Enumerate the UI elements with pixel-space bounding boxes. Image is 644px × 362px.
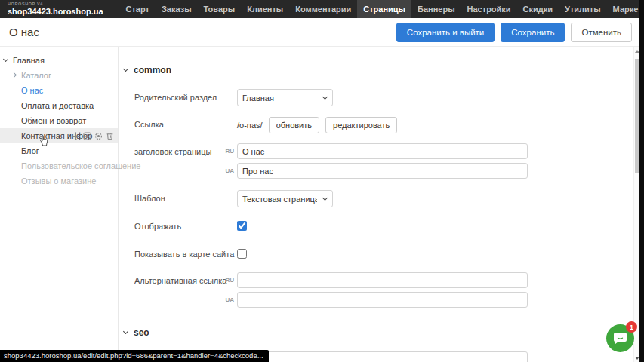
save-button[interactable]: Сохранить [501, 23, 565, 42]
cancel-button[interactable]: Отменить [571, 23, 632, 42]
status-url-tooltip: shop34423.horoshop.ua/edit/edit.php?id=6… [0, 350, 269, 362]
tree-item-o-nas-selected[interactable]: О нас [0, 83, 118, 98]
logo-domain: shop34423.horoshop.ua [8, 8, 103, 16]
menu-item-discounts[interactable]: Скидки [517, 0, 559, 18]
tree-item-polzovatelskoe[interactable]: Пользовательское соглашение [0, 158, 118, 173]
tree-item-oplata[interactable]: Оплата и доставка [0, 98, 118, 113]
section-seo-toggle[interactable]: seo [124, 327, 633, 338]
page-edit-form: common Родительский раздел Главная Ссылк… [119, 47, 633, 362]
lang-tag-ua: UA [224, 296, 234, 303]
parent-section-select-wrap: Главная [237, 89, 333, 106]
logo[interactable]: HOROSHOP V4 shop34423.horoshop.ua [0, 2, 103, 16]
tree-item-blog[interactable]: Блог [0, 143, 118, 158]
save-and-exit-button[interactable]: Сохранить и выйти [396, 23, 495, 42]
template-label: Шаблон [134, 190, 237, 203]
link-edit-button[interactable]: редактировать [325, 117, 397, 133]
html-title-ru-input[interactable] [237, 351, 528, 362]
display-checkbox[interactable] [237, 221, 247, 231]
menu-item-settings[interactable]: Настройки [461, 0, 517, 18]
menu-item-clients[interactable]: Клиенты [241, 0, 289, 18]
chevron-down-icon [123, 329, 128, 334]
topbar: HOROSHOP V4 shop34423.horoshop.ua Старт … [0, 0, 644, 18]
page-title-ru-input[interactable] [237, 143, 528, 159]
move-icon[interactable] [72, 132, 80, 140]
template-select[interactable]: Текстовая страница [237, 190, 333, 207]
template-select-wrap: Текстовая страница [237, 190, 333, 207]
tree-item-glavnaya[interactable]: Главная [0, 53, 118, 68]
sitemap-label: Показывать в карте сайта [134, 246, 237, 259]
add-page-icon[interactable] [83, 132, 91, 140]
page-title-ua-input[interactable] [237, 163, 528, 179]
menu-item-orders[interactable]: Заказы [156, 0, 198, 18]
menu-item-comments[interactable]: Комментарии [289, 0, 357, 18]
vertical-scrollbar[interactable] [633, 47, 639, 362]
sitemap-checkbox[interactable] [237, 249, 247, 259]
display-label: Отображать [134, 218, 237, 231]
page-title-label: заголовок страницы [134, 143, 237, 156]
pages-tree-sidebar: Главная Каталог О нас Оплата и доставка … [0, 47, 119, 362]
link-label: Ссылка [134, 116, 237, 129]
menu-item-marketing[interactable]: Маркетинг [607, 0, 644, 18]
page-title: О нас [0, 26, 39, 38]
header-buttons: Сохранить и выйти Сохранить Отменить [396, 23, 644, 42]
lang-tag-ua: UA [224, 167, 234, 174]
parent-section-label: Родительский раздел [134, 89, 237, 102]
page-header: О нас Сохранить и выйти Сохранить Отмени… [0, 18, 644, 47]
chat-widget-button[interactable]: 1 [606, 324, 634, 352]
alt-link-ru-input[interactable] [237, 272, 528, 288]
tree-item-otzyvy[interactable]: Отзывы о магазине [0, 173, 118, 189]
settings-gear-icon[interactable] [94, 132, 103, 140]
alt-link-ua-input[interactable] [237, 292, 528, 308]
tree-item-kontaktnaya[interactable]: Контактная инфор [0, 128, 118, 143]
menu-item-products[interactable]: Товары [198, 0, 242, 18]
logo-version: HOROSHOP V4 [8, 2, 103, 7]
section-common-toggle[interactable]: common [124, 65, 633, 75]
chat-unread-badge: 1 [626, 321, 637, 333]
screen-right-edge [639, 0, 644, 362]
tree-item-obmen[interactable]: Обмен и возврат [0, 113, 118, 128]
chevron-down-icon[interactable] [3, 57, 8, 62]
chevron-down-icon [123, 66, 128, 72]
menu-item-start[interactable]: Старт [120, 0, 156, 18]
page: HOROSHOP V4 shop34423.horoshop.ua Старт … [0, 0, 644, 362]
chat-bubble-icon [613, 332, 627, 345]
link-update-button[interactable]: обновить [269, 117, 319, 133]
lang-tag-ru: RU [224, 277, 234, 284]
alt-link-label: Альтернативная ссылка [134, 272, 237, 285]
chevron-right-icon[interactable] [11, 72, 17, 78]
menu-item-banners[interactable]: Баннеры [411, 0, 461, 18]
tree-item-katalog[interactable]: Каталог [0, 68, 118, 83]
menu-item-pages[interactable]: Страницы [357, 0, 411, 18]
parent-section-select[interactable]: Главная [237, 89, 333, 106]
lang-tag-ru: RU [224, 148, 234, 155]
delete-trash-icon[interactable] [106, 132, 114, 140]
main-menu: Старт Заказы Товары Клиенты Комментарии … [120, 0, 644, 18]
link-path: /o-nas/ [237, 121, 263, 130]
menu-item-utilities[interactable]: Утилиты [559, 0, 607, 18]
